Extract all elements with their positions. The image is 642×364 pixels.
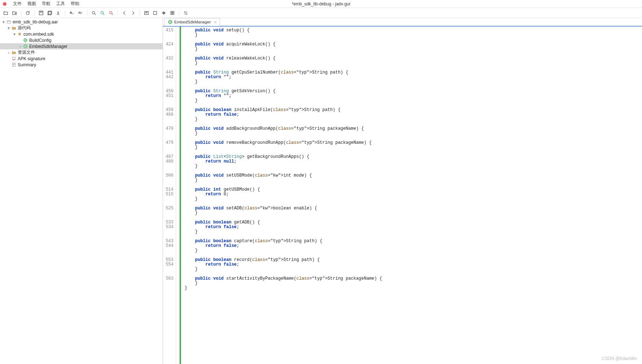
menu-help[interactable]: 帮助 [68, 0, 82, 8]
svg-point-5 [101, 11, 104, 14]
tree-class-buildconfig[interactable]: C BuildConfig [0, 37, 163, 43]
tab-label: EmbedSdkManager [174, 20, 211, 24]
tree-label: BuildConfig [29, 38, 51, 43]
tree-label: 资源文件 [18, 49, 35, 56]
window-title: *emb_sdk_lib-debug - jadx-gui [292, 1, 350, 6]
svg-point-13 [18, 33, 21, 35]
svg-rect-12 [7, 21, 10, 21]
reload-icon[interactable] [24, 9, 31, 17]
tree-apk-signature[interactable]: APK signature [0, 56, 163, 62]
tree-label: APK signature [18, 56, 45, 61]
expander-icon[interactable]: ▾ [1, 19, 6, 25]
svg-text:C: C [24, 39, 26, 42]
svg-rect-1 [40, 11, 42, 12]
expander-icon[interactable] [18, 38, 22, 43]
add-file-icon[interactable] [11, 9, 18, 17]
summary-icon [11, 62, 17, 68]
tree-source[interactable]: ▾ 源代码 [0, 25, 163, 31]
toolbar-separator [21, 10, 21, 16]
class-icon: C [22, 44, 28, 49]
tab-embedsdkmanager[interactable]: C EmbedSdkManager ✕ [164, 18, 220, 26]
toolbar-separator [118, 10, 118, 16]
folder-icon [11, 50, 17, 56]
save-all-icon[interactable] [46, 9, 53, 17]
svg-rect-20 [12, 63, 15, 67]
expander-icon[interactable]: ▾ [6, 26, 11, 31]
certificate-icon [11, 56, 17, 62]
toolbar [0, 8, 642, 18]
save-icon[interactable] [38, 9, 45, 17]
editor-area: C EmbedSdkManager ✕ 415 424 432 441442 4… [163, 18, 642, 364]
nav-forward-icon[interactable] [129, 9, 137, 17]
class-icon: C [22, 37, 28, 43]
class-icon: C [168, 19, 173, 25]
export-icon[interactable] [55, 9, 62, 17]
tree-label: EmbedSdkManager [29, 44, 67, 49]
menu-file[interactable]: 文件 [10, 0, 25, 8]
svg-rect-18 [12, 57, 15, 59]
close-icon[interactable]: ✕ [214, 20, 217, 24]
menu-nav[interactable]: 导航 [39, 0, 53, 8]
menu-tools[interactable]: 工具 [53, 0, 68, 8]
tree-summary[interactable]: Summary [0, 62, 163, 68]
line-numbers: 415 424 432 441442 450451 459460 470 479… [163, 27, 176, 364]
quark-icon[interactable] [151, 9, 159, 17]
code-editor[interactable]: 415 424 432 441442 450451 459460 470 479… [163, 26, 642, 364]
tree-package[interactable]: ▾ com.embed.sdk [0, 31, 163, 37]
log-icon[interactable] [169, 9, 176, 17]
svg-point-19 [13, 59, 14, 60]
search-icon[interactable] [90, 9, 97, 17]
svg-text:C: C [169, 21, 171, 24]
watermark: CSDN @KdanMin [602, 356, 637, 361]
settings-icon[interactable] [182, 9, 189, 17]
toolbar-separator [65, 10, 65, 16]
toolbar-separator [140, 10, 140, 16]
search-usage-icon[interactable] [107, 9, 115, 17]
app-icon [2, 1, 7, 6]
expander-icon[interactable]: ▾ [12, 32, 17, 37]
tree-label: Summary [18, 62, 36, 67]
code-content[interactable]: public void setup() { } public void acqu… [181, 27, 642, 364]
expand-icon[interactable] [77, 9, 84, 17]
package-icon [17, 31, 22, 37]
tree-label: 源代码 [18, 25, 31, 31]
expander-icon[interactable]: › [18, 44, 22, 49]
deobfuscate-icon[interactable] [143, 9, 150, 17]
toolbar-separator [179, 10, 179, 16]
svg-text:C: C [24, 45, 26, 48]
svg-point-9 [163, 12, 164, 14]
toolbar-separator [87, 10, 87, 16]
expander-icon[interactable] [6, 62, 11, 67]
tree-label: emb_sdk_lib-debug.aar [13, 19, 58, 25]
expander-icon[interactable]: › [6, 50, 11, 55]
nav-back-icon[interactable] [121, 9, 128, 17]
expander-icon[interactable] [6, 56, 11, 61]
toolbar-separator [34, 10, 35, 16]
menu-view[interactable]: 视图 [25, 0, 39, 8]
archive-icon [6, 19, 12, 25]
project-tree[interactable]: ▾ emb_sdk_lib-debug.aar ▾ 源代码 ▾ com.embe… [0, 18, 163, 364]
tree-root[interactable]: ▾ emb_sdk_lib-debug.aar [0, 19, 163, 25]
tree-label: com.embed.sdk [23, 32, 54, 37]
folder-icon [11, 25, 17, 31]
svg-point-6 [110, 11, 112, 14]
svg-rect-0 [39, 11, 43, 15]
collapse-icon[interactable] [68, 9, 75, 17]
fold-strip [176, 27, 180, 364]
debug-icon[interactable] [160, 9, 167, 17]
search-class-icon[interactable] [99, 9, 106, 17]
svg-rect-8 [154, 11, 157, 14]
tree-class-manager[interactable]: › C EmbedSdkManager [0, 43, 163, 49]
open-file-icon[interactable] [2, 9, 9, 17]
svg-point-4 [92, 11, 95, 14]
editor-tabs: C EmbedSdkManager ✕ [163, 18, 642, 26]
menu-bar: 文件 视图 导航 工具 帮助 *emb_sdk_lib-debug - jadx… [0, 0, 642, 8]
tree-resources[interactable]: › 资源文件 [0, 49, 163, 56]
